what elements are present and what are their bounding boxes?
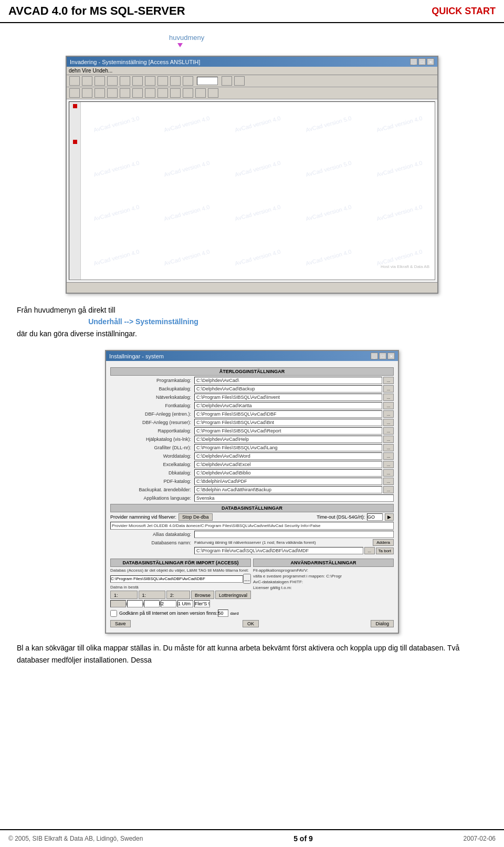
- toolbar-btn-3[interactable]: [94, 76, 105, 86]
- row10-value[interactable]: [194, 452, 382, 460]
- tab-accord[interactable]: 2: accärd: [166, 591, 190, 599]
- toolbar-btn-9[interactable]: [170, 76, 181, 86]
- row13-value[interactable]: [194, 478, 382, 485]
- tab-lott[interactable]: Lottreringsval: [215, 591, 251, 599]
- timeout-input[interactable]: [367, 513, 383, 521]
- settings-maximize-button[interactable]: □: [379, 353, 386, 359]
- alias-input[interactable]: [194, 531, 394, 538]
- row6-value[interactable]: [194, 419, 382, 426]
- toolbar-btn-11[interactable]: [222, 76, 232, 86]
- save-button[interactable]: Save: [110, 620, 131, 627]
- toolbar2-btn-5[interactable]: [120, 88, 130, 98]
- row5-browse-button[interactable]: ...: [383, 410, 394, 418]
- internet-days-input[interactable]: [218, 610, 228, 617]
- toolbar2-btn-12[interactable]: [208, 88, 218, 98]
- tab-standard2[interactable]: 1: standard: [139, 591, 166, 599]
- watermark-14: AvCad version 4.0: [305, 204, 352, 222]
- minimize-button[interactable]: _: [410, 58, 417, 65]
- field-3[interactable]: [144, 600, 160, 607]
- nav-indicator: [73, 104, 77, 108]
- maximize-button[interactable]: □: [418, 58, 426, 65]
- close-button[interactable]: ✕: [427, 58, 434, 65]
- row9-value[interactable]: [194, 444, 382, 451]
- internet-checkbox[interactable]: [110, 610, 117, 617]
- dbpath-browse-button[interactable]: ...: [364, 547, 375, 554]
- toolbar-btn-6[interactable]: [132, 76, 143, 86]
- toolbar2-btn-1[interactable]: [69, 88, 80, 98]
- dbpath-input[interactable]: [194, 547, 363, 554]
- row15-value[interactable]: [194, 494, 394, 502]
- row2-browse-button[interactable]: ...: [383, 385, 394, 392]
- row12-label: Dbkatalog:: [110, 470, 194, 476]
- row6-browse-button[interactable]: ...: [383, 419, 394, 426]
- row1-value[interactable]: [194, 377, 382, 384]
- toolbar-btn-5[interactable]: [120, 76, 130, 86]
- tab-browse[interactable]: Browse: [191, 591, 214, 599]
- ok-button[interactable]: OK: [243, 620, 259, 627]
- toolbar-btn-2[interactable]: [82, 76, 92, 86]
- toolbar-btn-12[interactable]: [234, 76, 245, 86]
- watermark-1: AvCad version 3.0: [93, 115, 140, 133]
- tab-standard[interactable]: 1: standard: [110, 591, 138, 599]
- row12-browse-button[interactable]: ...: [383, 469, 394, 477]
- toolbar-btn-1[interactable]: [69, 76, 80, 86]
- row14-value[interactable]: [194, 486, 382, 493]
- toolbar-btn-10[interactable]: [183, 76, 193, 86]
- toolbar-btn-7[interactable]: [145, 76, 155, 86]
- import-browse-button[interactable]: ...: [243, 574, 251, 584]
- toolbar2-btn-3[interactable]: [94, 88, 105, 98]
- toolbar-btn-8[interactable]: [158, 76, 168, 86]
- row2-value[interactable]: [194, 385, 382, 392]
- field-5[interactable]: [177, 600, 193, 607]
- row13-browse-button[interactable]: ...: [383, 478, 394, 485]
- row8-browse-button[interactable]: ...: [383, 436, 394, 443]
- add-db-button[interactable]: Addera: [373, 539, 394, 546]
- row11-value[interactable]: [194, 461, 382, 468]
- settings-minimize-button[interactable]: _: [371, 353, 378, 359]
- stop-db-button[interactable]: Stop De-dba: [178, 513, 213, 521]
- toolbar2-btn-6[interactable]: [132, 88, 143, 98]
- toolbar2-btn-7[interactable]: [145, 88, 155, 98]
- alias-row: Allias datakatalog:: [110, 531, 394, 538]
- timeout-go-button[interactable]: ▶: [385, 513, 394, 521]
- settings-row-12: Dbkatalog: ...: [110, 469, 394, 477]
- toolbar2-btn-4[interactable]: [107, 88, 118, 98]
- copyright-text: Host via Elkraft & Data AB: [381, 264, 429, 269]
- settings-window-controls[interactable]: _ □ ✕: [371, 353, 395, 359]
- row3-browse-button[interactable]: ...: [383, 394, 394, 401]
- row11-browse-button[interactable]: ...: [383, 461, 394, 468]
- import-path-input[interactable]: [110, 575, 243, 583]
- row4-value[interactable]: [194, 402, 382, 409]
- page-header: AVCAD 4.0 for MS SQL-SERVER QUICK START: [0, 0, 504, 23]
- toolbar2-btn-8[interactable]: [158, 88, 168, 98]
- field-2[interactable]: [127, 600, 143, 607]
- row10-browse-button[interactable]: ...: [383, 452, 394, 460]
- row3-value[interactable]: [194, 394, 382, 401]
- row4-label: Fontkatalog:: [110, 403, 194, 408]
- row4-browse-button[interactable]: ...: [383, 402, 394, 409]
- field-6[interactable]: [194, 600, 210, 607]
- settings-close-button[interactable]: ✕: [387, 353, 395, 359]
- toolbar-btn-4[interactable]: [107, 76, 118, 86]
- row8-value[interactable]: [194, 436, 382, 443]
- row13-label: PDF-katalog:: [110, 479, 194, 484]
- row7-browse-button[interactable]: ...: [383, 427, 394, 435]
- window-menubar[interactable]: dehn Vire Undeh...: [67, 67, 437, 75]
- toolbar2-btn-2[interactable]: [82, 88, 92, 98]
- toolbar2-btn-10[interactable]: [183, 88, 193, 98]
- row9-browse-button[interactable]: ...: [383, 444, 394, 451]
- toolbar-input[interactable]: [197, 77, 218, 85]
- window-controls[interactable]: _ □ ✕: [410, 58, 434, 65]
- field-1[interactable]: [110, 600, 126, 607]
- watermark-2: AvCad version 4.0: [163, 115, 211, 133]
- row14-browse-button[interactable]: ...: [383, 486, 394, 493]
- row7-value[interactable]: [194, 427, 382, 435]
- row1-browse-button[interactable]: ...: [383, 377, 394, 384]
- row12-value[interactable]: [194, 469, 382, 477]
- toolbar2-btn-9[interactable]: [170, 88, 181, 98]
- remove-db-button[interactable]: Ta bort: [376, 548, 394, 554]
- row5-value[interactable]: [194, 410, 382, 418]
- toolbar2-btn-11[interactable]: [195, 88, 206, 98]
- field-4[interactable]: [161, 600, 176, 607]
- dialog-button[interactable]: Dialog: [371, 620, 394, 627]
